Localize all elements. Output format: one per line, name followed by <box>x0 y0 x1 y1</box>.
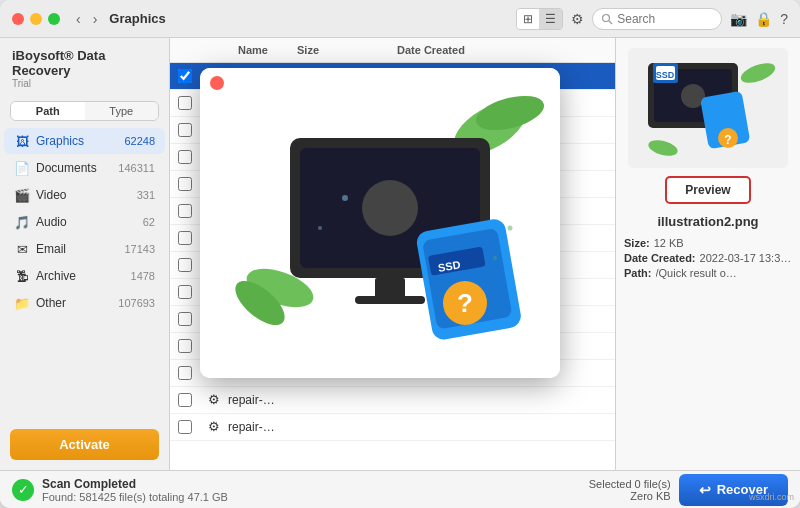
svg-text:SSD: SSD <box>656 70 675 80</box>
list-view-button[interactable]: ☰ <box>539 9 562 29</box>
minimize-button[interactable] <box>30 13 42 25</box>
date-label: Date Created: <box>624 252 696 264</box>
svg-text:?: ? <box>724 133 731 147</box>
other-label: Other <box>36 296 118 310</box>
documents-icon: 📄 <box>14 160 30 176</box>
other-icon: 📁 <box>14 295 30 311</box>
tab-path[interactable]: Path <box>11 102 85 120</box>
camera-icon[interactable]: 📷 <box>730 11 747 27</box>
preview-filename: illustration2.png <box>657 214 758 229</box>
sidebar-items: 🖼 Graphics 62248 📄 Documents 146311 🎬 Vi… <box>0 127 169 419</box>
file-checkbox[interactable] <box>178 420 192 434</box>
sidebar-item-graphics[interactable]: 🖼 Graphics 62248 <box>4 128 165 154</box>
sidebar-item-archive[interactable]: 🗜 Archive 1478 <box>4 263 165 289</box>
file-checkbox[interactable] <box>178 69 192 83</box>
popup-preview: ? SSD <box>200 68 560 378</box>
filter-button[interactable]: ⚙ <box>571 11 584 27</box>
file-type-icon: ⚙ <box>208 392 224 408</box>
file-checkbox[interactable] <box>178 285 192 299</box>
archive-count: 1478 <box>131 270 155 282</box>
file-checkbox[interactable] <box>178 258 192 272</box>
file-checkbox[interactable] <box>178 123 192 137</box>
illustration-svg: ? SSD <box>200 68 560 378</box>
activate-section: Activate <box>0 419 169 470</box>
column-date: Date Created <box>397 44 577 56</box>
date-value: 2022-03-17 13:38:34 <box>700 252 792 264</box>
archive-label: Archive <box>36 269 131 283</box>
sidebar-item-video[interactable]: 🎬 Video 331 <box>4 182 165 208</box>
svg-rect-8 <box>375 278 405 298</box>
audio-count: 62 <box>143 216 155 228</box>
tab-type[interactable]: Type <box>85 102 159 120</box>
sidebar-item-email[interactable]: ✉ Email 17143 <box>4 236 165 262</box>
preview-size-row: Size: 12 KB <box>624 237 792 249</box>
svg-rect-9 <box>355 296 425 304</box>
file-name: repair-… <box>228 393 327 407</box>
scan-complete-icon: ✓ <box>12 479 34 501</box>
file-checkbox[interactable] <box>178 312 192 326</box>
file-checkbox[interactable] <box>178 339 192 353</box>
column-size: Size <box>297 44 397 56</box>
lock-icon[interactable]: 🔒 <box>755 11 772 27</box>
file-checkbox[interactable] <box>178 204 192 218</box>
titlebar: ‹ › Graphics ⊞ ☰ ⚙ 📷 🔒 ? <box>0 0 800 38</box>
email-icon: ✉ <box>14 241 30 257</box>
documents-count: 146311 <box>118 162 155 174</box>
titlebar-icons: 📷 🔒 ? <box>730 11 788 27</box>
titlebar-right: ⊞ ☰ ⚙ 📷 🔒 ? <box>516 8 788 30</box>
scan-complete-label: Scan Completed <box>42 477 228 491</box>
email-label: Email <box>36 242 124 256</box>
other-count: 107693 <box>118 297 155 309</box>
traffic-lights <box>12 13 60 25</box>
file-checkbox[interactable] <box>178 96 192 110</box>
file-name: repair-… <box>228 420 327 434</box>
sidebar-item-audio[interactable]: 🎵 Audio 62 <box>4 209 165 235</box>
main-window: ‹ › Graphics ⊞ ☰ ⚙ 📷 🔒 ? iBoysoft® Data … <box>0 0 800 508</box>
svg-point-18 <box>508 226 513 231</box>
file-checkbox[interactable] <box>178 231 192 245</box>
selected-count: Selected 0 file(s) <box>589 478 671 490</box>
help-icon[interactable]: ? <box>780 11 788 27</box>
preview-date-row: Date Created: 2022-03-17 13:38:34 <box>624 252 792 264</box>
svg-point-17 <box>318 226 322 230</box>
preview-button[interactable]: Preview <box>665 176 750 204</box>
close-button[interactable] <box>12 13 24 25</box>
search-input[interactable] <box>592 8 722 30</box>
popup-close-button[interactable] <box>210 76 224 90</box>
file-checkbox[interactable] <box>178 177 192 191</box>
section-title: Graphics <box>109 11 165 26</box>
table-row[interactable]: ⚙ repair-… <box>170 387 615 414</box>
recover-icon: ↩ <box>699 482 711 498</box>
main-content: iBoysoft® Data Recovery Trial Path Type … <box>0 38 800 470</box>
preview-metadata: Size: 12 KB Date Created: 2022-03-17 13:… <box>624 237 792 282</box>
file-checkbox[interactable] <box>178 150 192 164</box>
video-label: Video <box>36 188 137 202</box>
sidebar-item-other[interactable]: 📁 Other 107693 <box>4 290 165 316</box>
selected-size: Zero KB <box>589 490 671 502</box>
app-title: iBoysoft® Data Recovery <box>12 48 157 78</box>
back-button[interactable]: ‹ <box>72 9 85 29</box>
graphics-icon: 🖼 <box>14 133 30 149</box>
watermark: wsxdri.com <box>749 492 794 502</box>
sidebar-tabs: Path Type <box>10 101 159 121</box>
audio-icon: 🎵 <box>14 214 30 230</box>
file-checkbox[interactable] <box>178 366 192 380</box>
grid-view-button[interactable]: ⊞ <box>517 9 539 29</box>
path-value: /Quick result o… <box>656 267 737 279</box>
file-checkbox[interactable] <box>178 393 192 407</box>
status-bar: ✓ Scan Completed Found: 581425 file(s) t… <box>0 470 800 508</box>
forward-button[interactable]: › <box>89 9 102 29</box>
table-row[interactable]: ⚙ repair-… <box>170 414 615 441</box>
sidebar-item-documents[interactable]: 📄 Documents 146311 <box>4 155 165 181</box>
scan-info: Scan Completed Found: 581425 file(s) tot… <box>42 477 228 503</box>
maximize-button[interactable] <box>48 13 60 25</box>
video-icon: 🎬 <box>14 187 30 203</box>
preview-button-container: Preview <box>665 176 750 204</box>
graphics-count: 62248 <box>124 135 155 147</box>
file-area: Name Size Date Created 🟠 illustration2.p… <box>170 38 615 470</box>
size-value: 12 KB <box>654 237 684 249</box>
file-list-header: Name Size Date Created <box>170 38 615 63</box>
preview-thumbnail: ? SSD <box>628 48 788 168</box>
activate-button[interactable]: Activate <box>10 429 159 460</box>
view-toggle: ⊞ ☰ <box>516 8 563 30</box>
